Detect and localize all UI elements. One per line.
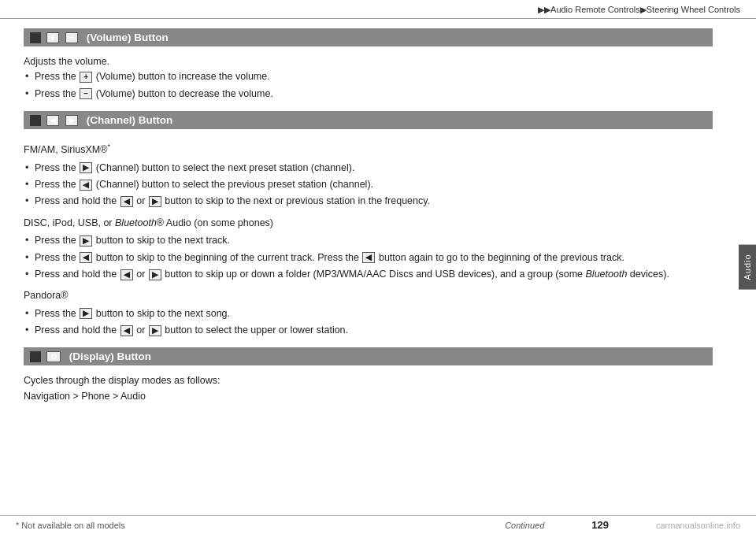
prev-btn-3: ◀ [80, 252, 92, 263]
next-channel-icon: ▶ [65, 115, 78, 126]
prev-btn-2: ◀ [120, 196, 133, 207]
footer-right: Continued 129 carmanualsonline.info [505, 519, 740, 531]
vol-plus-btn: + [80, 72, 92, 83]
volume-intro: Adjusts the volume. [24, 54, 713, 69]
volume-section-header: + − (Volume) Button [24, 28, 713, 46]
next-btn-6: ▶ [149, 325, 161, 336]
next-btn-2: ▶ [149, 196, 161, 207]
page-footer: * Not available on all models Continued … [0, 515, 756, 534]
fmam-label: FM/AM, SiriusXM®* [24, 142, 713, 158]
disc-label: DISC, iPod, USB, or Bluetooth® Audio (on… [24, 216, 713, 231]
vol-minus-btn: − [80, 88, 92, 99]
display-icon: ⊙ [46, 351, 61, 362]
list-item: Press and hold the ◀ or ▶ button to sele… [24, 323, 713, 338]
page-header: ▶▶Audio Remote Controls▶Steering Wheel C… [0, 0, 756, 19]
list-item: Press the + (Volume) button to increase … [24, 69, 713, 84]
prev-channel-icon: ◀ [46, 115, 59, 126]
plus-icon: + [46, 32, 59, 43]
display-section-header: ⊙ (Display) Button [24, 347, 713, 365]
volume-bullets: Press the + (Volume) button to increase … [24, 69, 713, 102]
list-item: Press and hold the ◀ or ▶ button to skip… [24, 267, 713, 282]
list-item: Press the ◀ button to skip to the beginn… [24, 250, 713, 265]
page-number: 129 [591, 519, 609, 531]
volume-body: Adjusts the volume. Press the + (Volume)… [24, 51, 713, 111]
asterisk: * [107, 143, 110, 150]
prev-btn-4: ◀ [362, 252, 375, 263]
bluetooth-italic-1: Bluetooth [115, 217, 157, 228]
footnote: * Not available on all models [16, 521, 125, 530]
volume-title: (Volume) Button [83, 32, 169, 43]
pandora-bullets: Press the ▶ button to skip to the next s… [24, 306, 713, 339]
black-square-icon [30, 32, 41, 43]
display-intro: Cycles through the display modes as foll… [24, 373, 713, 388]
prev-btn-6: ◀ [120, 325, 133, 336]
channel-body: FM/AM, SiriusXM®* Press the ▶ (Channel) … [24, 134, 713, 347]
list-item: Press the ▶ button to skip to the next s… [24, 306, 713, 321]
prev-btn-1: ◀ [80, 180, 92, 191]
channel-title: (Channel) Button [83, 114, 172, 126]
channel-section-header: ◀ ▶ (Channel) Button [24, 111, 713, 129]
side-tab-audio: Audio [739, 244, 756, 289]
bluetooth-italic-2: Bluetooth [586, 269, 628, 280]
breadcrumb: ▶▶Audio Remote Controls▶Steering Wheel C… [538, 5, 740, 15]
pandora-label: Pandora® [24, 288, 713, 303]
black-square-icon-3 [30, 351, 41, 362]
next-btn-1: ▶ [80, 162, 92, 173]
list-item: Press the − (Volume) button to decrease … [24, 87, 713, 102]
page-container: ▶▶Audio Remote Controls▶Steering Wheel C… [0, 0, 756, 534]
disc-bullets: Press the ▶ button to skip to the next t… [24, 233, 713, 282]
breadcrumb-text: ▶▶Audio Remote Controls▶Steering Wheel C… [538, 5, 740, 15]
continued-text: Continued [505, 521, 544, 530]
display-body: Cycles through the display modes as foll… [24, 370, 713, 412]
minus-icon: − [65, 32, 78, 43]
prev-btn-5: ◀ [120, 269, 133, 280]
next-btn-5: ▶ [80, 308, 92, 319]
watermark: carmanualsonline.info [656, 521, 740, 530]
display-extra: Navigation > Phone > Audio [24, 389, 713, 404]
fmam-bullets: Press the ▶ (Channel) button to select t… [24, 161, 713, 210]
display-title: (Display) Button [66, 350, 151, 362]
list-item: Press the ◀ (Channel) button to select t… [24, 177, 713, 192]
main-content: + − (Volume) Button Adjusts the volume. … [0, 19, 736, 515]
list-item: Press the ▶ (Channel) button to select t… [24, 161, 713, 176]
next-btn-4: ▶ [149, 269, 161, 280]
black-square-icon-2 [30, 115, 41, 126]
next-btn-3: ▶ [80, 235, 92, 247]
list-item: Press the ▶ button to skip to the next t… [24, 233, 713, 248]
list-item: Press and hold the ◀ or ▶ button to skip… [24, 194, 713, 209]
